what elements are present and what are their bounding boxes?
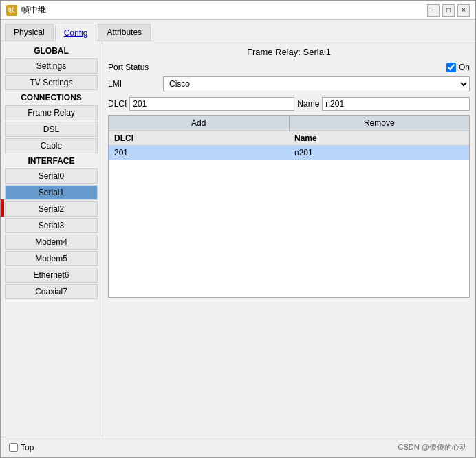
table-column-labels: DLCI Name bbox=[109, 131, 469, 146]
dlci-name-row: DLCI Name bbox=[108, 97, 470, 111]
sidebar-wrapper: GLOBAL Settings TV Settings CONNECTIONS … bbox=[1, 41, 102, 437]
dlci-input[interactable] bbox=[129, 97, 294, 111]
port-status-checkbox[interactable] bbox=[446, 63, 456, 72]
top-label: Top bbox=[21, 443, 34, 452]
minimize-button[interactable]: − bbox=[427, 4, 440, 17]
tab-physical[interactable]: Physical bbox=[5, 24, 54, 41]
close-button[interactable]: × bbox=[457, 4, 470, 17]
table-cell-name: n201 bbox=[289, 146, 469, 160]
main-window: 帧 帧中继 − □ × Physical Config Attributes G… bbox=[0, 0, 476, 458]
sidebar-item-cable[interactable]: Cable bbox=[5, 138, 98, 153]
name-col-label: Name bbox=[289, 131, 469, 145]
sidebar: GLOBAL Settings TV Settings CONNECTIONS … bbox=[1, 41, 102, 437]
table-row[interactable]: 201 n201 bbox=[109, 146, 469, 160]
table-action-header: Add Remove bbox=[109, 116, 469, 131]
watermark: CSDN @傻傻的心动 bbox=[398, 442, 467, 452]
dlci-label: DLCI bbox=[108, 99, 127, 109]
lmi-label: LMI bbox=[108, 79, 163, 89]
dlci-table: Add Remove DLCI Name 201 n201 bbox=[108, 115, 470, 298]
sidebar-item-serial2[interactable]: Serial2 bbox=[5, 201, 98, 217]
sidebar-item-ethernet6[interactable]: Ethernet6 bbox=[5, 268, 98, 283]
main-content: GLOBAL Settings TV Settings CONNECTIONS … bbox=[1, 41, 475, 437]
section-header-interface: INTERFACE bbox=[1, 154, 102, 168]
table-cell-dlci: 201 bbox=[109, 146, 289, 160]
title-bar: 帧 帧中继 − □ × bbox=[1, 1, 475, 20]
on-label: On bbox=[459, 63, 470, 72]
remove-column-header[interactable]: Remove bbox=[290, 116, 470, 131]
sidebar-item-serial1[interactable]: Serial1 bbox=[5, 185, 98, 200]
title-bar-left: 帧 帧中继 bbox=[6, 4, 46, 16]
section-header-global: GLOBAL bbox=[1, 44, 102, 58]
window-controls: − □ × bbox=[427, 4, 470, 17]
sidebar-item-tv-settings[interactable]: TV Settings bbox=[5, 75, 98, 90]
top-checkbox-group: Top bbox=[9, 443, 34, 452]
name-input[interactable] bbox=[322, 97, 470, 111]
sidebar-item-modem4[interactable]: Modem4 bbox=[5, 235, 98, 250]
sidebar-item-dsl[interactable]: DSL bbox=[5, 122, 98, 137]
top-checkbox[interactable] bbox=[9, 443, 18, 452]
section-header-connections: CONNECTIONS bbox=[1, 91, 102, 105]
bottom-bar: Top CSDN @傻傻的心动 bbox=[1, 437, 475, 457]
sidebar-item-frame-relay[interactable]: Frame Relay bbox=[5, 105, 98, 120]
tab-attributes[interactable]: Attributes bbox=[98, 24, 151, 41]
dlci-col-label: DLCI bbox=[109, 131, 289, 145]
tabs-bar: Physical Config Attributes bbox=[1, 20, 475, 41]
lmi-select[interactable]: Cisco ANSI Q933A bbox=[163, 76, 470, 91]
sidebar-item-settings[interactable]: Settings bbox=[5, 58, 98, 74]
app-icon: 帧 bbox=[6, 5, 17, 16]
red-indicator bbox=[1, 199, 4, 217]
content-panel: Frame Relay: Serial1 Port Status On LMI … bbox=[102, 41, 475, 437]
port-status-label: Port Status bbox=[108, 63, 149, 72]
tab-config[interactable]: Config bbox=[55, 25, 97, 41]
table-empty-space bbox=[109, 160, 469, 297]
sidebar-item-serial3[interactable]: Serial3 bbox=[5, 218, 98, 233]
add-column-header[interactable]: Add bbox=[109, 116, 290, 131]
window-title: 帧中继 bbox=[21, 4, 46, 16]
maximize-button[interactable]: □ bbox=[442, 4, 455, 17]
lmi-row: LMI Cisco ANSI Q933A bbox=[108, 76, 470, 91]
on-checkbox-group: On bbox=[446, 63, 470, 72]
port-status-row: Port Status On bbox=[108, 63, 470, 72]
sidebar-item-coaxial7[interactable]: Coaxial7 bbox=[5, 284, 98, 299]
name-label: Name bbox=[297, 99, 319, 109]
sidebar-item-serial0[interactable]: Serial0 bbox=[5, 168, 98, 184]
panel-title: Frame Relay: Serial1 bbox=[108, 47, 470, 57]
sidebar-item-modem5[interactable]: Modem5 bbox=[5, 251, 98, 266]
